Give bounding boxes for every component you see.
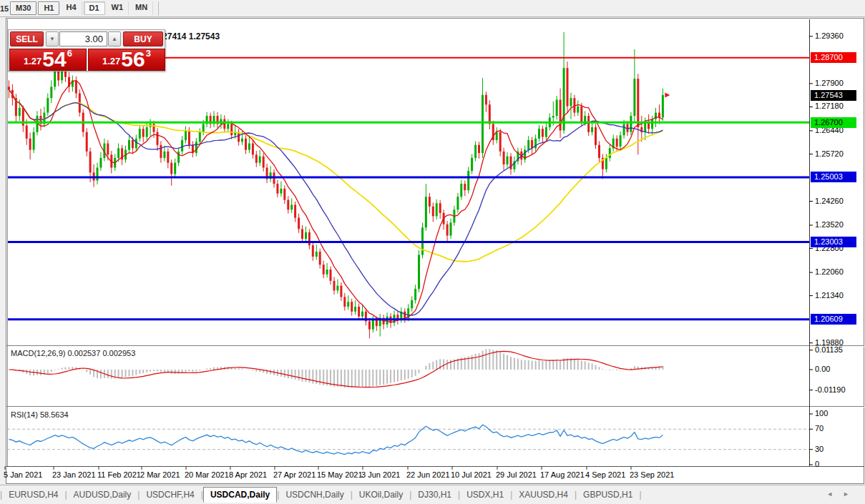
buy-price-pips: 56 bbox=[121, 50, 145, 69]
chart-tab-gbpusd[interactable]: GBPUSD,H1 bbox=[577, 488, 639, 502]
price-level-flag: 1.26700 bbox=[811, 117, 856, 128]
price-tick-label: 1.25720 bbox=[815, 149, 862, 158]
date-tick-label: 5 Jan 2021 bbox=[4, 470, 42, 479]
buy-price-prefix: 1.27 bbox=[102, 56, 120, 66]
rsi-label: RSI(14) 58.5634 bbox=[11, 410, 69, 419]
date-tick-label: 8 Apr 2021 bbox=[229, 470, 267, 479]
date-tick-label: 17 Aug 2021 bbox=[540, 470, 585, 479]
tab-scroll-arrows[interactable]: ◄► bbox=[826, 490, 859, 498]
timeframe-h1-button[interactable]: H1 bbox=[38, 1, 59, 15]
date-tick-label: 10 Jul 2021 bbox=[451, 470, 492, 479]
chart-tab-dj30[interactable]: DJ30,H1 bbox=[411, 488, 458, 502]
volume-decrease-button[interactable]: ▼ bbox=[46, 31, 59, 46]
date-tick-label: 20 Mar 2021 bbox=[185, 470, 229, 479]
date-tick-label: 3 Jun 2021 bbox=[361, 470, 400, 479]
sell-price-pips: 54 bbox=[42, 50, 66, 69]
price-tick-label: 1.22060 bbox=[815, 267, 862, 276]
rsi-tick-label: 30 bbox=[815, 445, 824, 453]
timeframe-h4-button[interactable]: H4 bbox=[61, 1, 82, 15]
chart-tab-eurusd[interactable]: EURUSD,H4 bbox=[2, 488, 64, 502]
chart-tab-usdcnh[interactable]: USDCNH,Daily bbox=[279, 488, 350, 502]
price-tick-label: 1.27180 bbox=[815, 102, 862, 110]
date-tick-label: 29 Jul 2021 bbox=[496, 470, 537, 479]
buy-button[interactable]: BUY bbox=[123, 31, 163, 46]
chart-tab-usdcad[interactable]: USDCAD,Daily bbox=[203, 487, 277, 503]
date-tick-label: 15 May 2021 bbox=[317, 470, 363, 479]
price-tick-label: 1.29360 bbox=[815, 31, 862, 40]
price-level-flag: 1.27543 bbox=[811, 90, 856, 101]
timeframe-d1-button[interactable]: D1 bbox=[84, 1, 105, 15]
chart-tab-audusd[interactable]: AUDUSD,Daily bbox=[67, 488, 138, 502]
timeframe-mn-button[interactable]: MN bbox=[130, 1, 153, 15]
tab-separator: | bbox=[639, 490, 641, 500]
toolbar-separator bbox=[158, 1, 159, 16]
chart-tab-usdchf[interactable]: USDCHF,H4 bbox=[140, 488, 200, 502]
price-tick-label: 1.21340 bbox=[815, 291, 862, 300]
volume-input[interactable] bbox=[59, 31, 107, 46]
rsi-tick-label: 70 bbox=[815, 424, 824, 433]
date-tick-label: 23 Jan 2021 bbox=[52, 470, 96, 479]
price-level-flag: 1.23003 bbox=[811, 237, 856, 247]
chart-tab-xauusd[interactable]: XAUUSD,H4 bbox=[512, 488, 575, 502]
timeframe-m15-clipped[interactable]: 15 bbox=[0, 4, 9, 13]
date-tick-label: 27 Apr 2021 bbox=[273, 470, 316, 479]
buy-price-tile[interactable]: 1.27 56 3 bbox=[88, 49, 165, 71]
one-click-trading-panel: SELL ▼ ▲ BUY 1.27 54 6 1.27 56 3 bbox=[8, 29, 165, 71]
timeframe-w1-button[interactable]: W1 bbox=[107, 1, 129, 15]
sell-price-prefix: 1.27 bbox=[24, 56, 41, 66]
timeframe-toolbar: 15 M30H1H4D1W1MN bbox=[0, 0, 865, 17]
date-tick-label: 11 Feb 2021 bbox=[97, 470, 141, 479]
chart-window bbox=[6, 18, 864, 484]
date-tick-label: 23 Sep 2021 bbox=[630, 470, 674, 479]
rsi-tick-label: 0 bbox=[815, 460, 819, 468]
chart-tab-ukoil[interactable]: UKOil,Daily bbox=[353, 488, 409, 502]
macd-tick-label: -0.01190 bbox=[815, 385, 846, 394]
macd-tick-label: 0.00 bbox=[815, 365, 830, 373]
macd-label: MACD(12,26,9) 0.002537 0.002953 bbox=[11, 349, 135, 357]
buy-price-point: 3 bbox=[146, 48, 151, 59]
date-tick-label: 2 Mar 2021 bbox=[140, 470, 180, 479]
price-level-flag: 1.25003 bbox=[811, 172, 856, 182]
volume-increase-button[interactable]: ▲ bbox=[108, 31, 121, 46]
chart-tab-usdx[interactable]: USDX,H1 bbox=[460, 488, 510, 502]
date-tick-label: 22 Jun 2021 bbox=[406, 470, 450, 479]
sell-price-tile[interactable]: 1.27 54 6 bbox=[9, 49, 87, 71]
price-tick-label: 1.27900 bbox=[815, 79, 862, 87]
timeframe-m30-button[interactable]: M30 bbox=[10, 1, 36, 15]
price-level-flag: 1.20609 bbox=[811, 314, 856, 325]
macd-tick-label: 0.01135 bbox=[815, 345, 843, 354]
sell-button[interactable]: SELL bbox=[10, 31, 44, 46]
mt4-window: { "toolbar": { "clipped_label": "15", "t… bbox=[0, 0, 865, 504]
price-tick-label: 1.23520 bbox=[815, 220, 862, 229]
sell-price-point: 6 bbox=[67, 48, 72, 59]
price-level-flag: 1.28700 bbox=[811, 52, 856, 63]
price-tick-label: 1.24260 bbox=[815, 197, 862, 205]
date-tick-label: 4 Sep 2021 bbox=[585, 470, 625, 479]
chart-tab-bar: |EURUSD,H4|AUDUSD,Daily|USDCHF,H4|USDCAD… bbox=[0, 485, 865, 504]
rsi-tick-label: 100 bbox=[815, 409, 828, 417]
